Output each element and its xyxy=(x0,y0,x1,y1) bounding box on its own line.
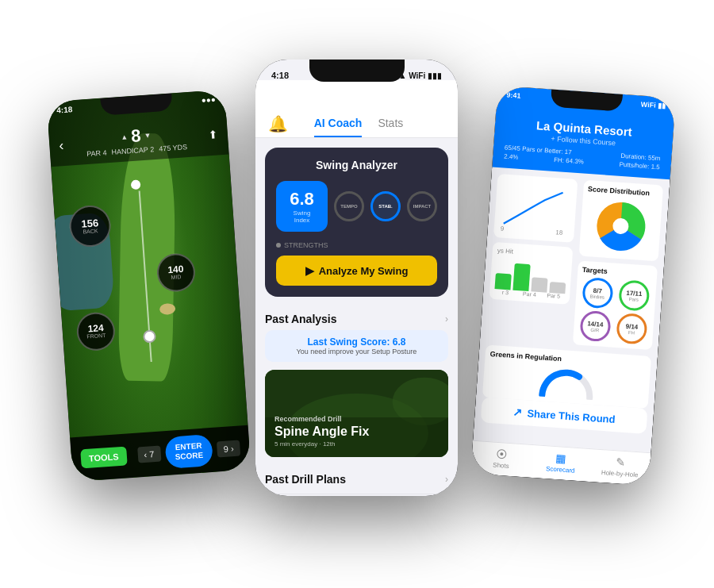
enter-score-button[interactable]: ENTERSCORE xyxy=(164,434,213,469)
bar-4 xyxy=(549,282,566,294)
stability-circle: STAB. xyxy=(370,191,401,221)
share-icon[interactable]: ⬆ xyxy=(208,128,218,141)
gir-chart xyxy=(534,364,600,400)
stats-right-col: Score Distribution Targets xyxy=(572,180,663,351)
last-swing-score: Last Swing Score: 6.8 xyxy=(274,336,439,348)
bottom-tabs: ⦿ Shots ▦ Scorecard ✎ Hole-by-Hole xyxy=(474,440,651,446)
coach-screen: 4:18 ▲ WiFi ▮▮▮ 🔔 AI Coach Stats xyxy=(255,60,458,496)
gauge-tempo: TEMPO xyxy=(334,191,364,221)
target-pars: 17/11 Pars xyxy=(616,279,652,312)
analyze-swing-button[interactable]: ▶ Analyze My Swing xyxy=(276,256,437,286)
bar-2 xyxy=(512,263,530,291)
tools-button[interactable]: TOOLS xyxy=(80,446,127,468)
drill-meta: 5 min everyday · 12th xyxy=(274,440,439,448)
svg-text:18: 18 xyxy=(555,229,562,236)
bar-1 xyxy=(494,273,511,290)
stats-two-col-top: 9 18 ys Hit xyxy=(486,174,663,350)
notch-center xyxy=(309,60,405,82)
targets-card: Targets 8/7 Birdies xyxy=(572,260,658,350)
phone-left: 156 BACK 140 MID 124 FRONT ‹ xyxy=(47,90,251,482)
swing-analyzer-card: Swing Analyzer 6.8 SwingIndex TEMPO xyxy=(265,148,448,297)
swing-index-box: 6.8 SwingIndex xyxy=(276,181,328,232)
hole-marker xyxy=(131,179,141,190)
bell-icon[interactable]: 🔔 xyxy=(268,114,288,133)
bunker xyxy=(159,303,175,315)
drill-tag: Recommended Drill xyxy=(274,415,439,423)
bars-title: ys Hit xyxy=(497,247,568,259)
bars-row xyxy=(494,257,566,294)
last-swing-card: Last Swing Score: 6.8 You need improve y… xyxy=(265,330,448,362)
phone-right: 9:41 WiFi ▮▮ La Quinta Resort + Follow t… xyxy=(470,86,676,486)
trend-chart: 9 18 xyxy=(498,179,572,237)
swing-index-value: 6.8 xyxy=(286,189,318,209)
past-analysis-chevron: › xyxy=(445,313,448,325)
score-dist-card: Score Distribution xyxy=(578,180,663,262)
stats-left-col: 9 18 ys Hit xyxy=(486,174,578,344)
play-icon: ▶ xyxy=(305,264,314,277)
coach-content: Swing Analyzer 6.8 SwingIndex TEMPO xyxy=(255,138,458,496)
target-gir: 14/14 GIR xyxy=(578,310,613,343)
targets-grid: 8/7 Birdies 17/11 Pars xyxy=(578,277,652,345)
past-drill-plans-row[interactable]: Past Drill Plans › xyxy=(265,465,448,494)
drill-name: Spine Angle Fix xyxy=(274,425,439,439)
gauge-stability: STAB. xyxy=(370,191,401,221)
targets-title: Targets xyxy=(582,266,653,279)
tempo-circle: TEMPO xyxy=(334,191,364,221)
phone-center: 4:18 ▲ WiFi ▮▮▮ 🔔 AI Coach Stats xyxy=(255,60,458,496)
recommended-drill-card[interactable]: Recommended Drill Spine Angle Fix 5 min … xyxy=(265,370,448,457)
tab-stats[interactable]: Stats xyxy=(378,110,403,137)
trend-area: 9 18 xyxy=(493,174,578,243)
past-drill-plans-label: Past Drill Plans xyxy=(265,473,346,486)
swing-gauges: TEMPO STAB. IMPA xyxy=(334,191,437,221)
gir-arc xyxy=(487,361,645,404)
target-birdies: 8/7 Birdies xyxy=(580,277,616,309)
drill-overlay: Recommended Drill Spine Angle Fix 5 min … xyxy=(265,370,448,457)
nav-controls: ‹ 7 ENTERSCORE 9 › xyxy=(136,432,241,471)
past-analysis-title: Past Analysis xyxy=(265,313,337,325)
next-hole-button[interactable]: 9 › xyxy=(217,440,240,457)
pie-chart xyxy=(591,197,651,256)
prev-hole-button[interactable]: ‹ 7 xyxy=(137,446,161,463)
stats-screen: 9:41 WiFi ▮▮ La Quinta Resort + Follow t… xyxy=(470,86,676,486)
svg-text:9: 9 xyxy=(501,225,505,232)
coach-tabs: AI Coach Stats xyxy=(314,110,404,137)
strengths-label: STRENGTHS xyxy=(276,241,437,249)
stats-body: 9 18 ys Hit xyxy=(474,167,670,445)
share-icon: ↗ xyxy=(512,405,523,419)
impact-circle: IMPACT xyxy=(407,191,437,221)
swing-analyzer-title: Swing Analyzer xyxy=(276,159,437,171)
swing-metrics: 6.8 SwingIndex TEMPO xyxy=(276,181,437,232)
bar-3 xyxy=(531,277,547,292)
coach-header: 🔔 AI Coach Stats xyxy=(255,80,458,138)
past-drill-chevron: › xyxy=(445,474,448,485)
swing-index-label: SwingIndex xyxy=(286,209,318,224)
main-scene: 156 BACK 140 MID 124 FRONT ‹ xyxy=(0,0,714,588)
score-dist-title: Score Distribution xyxy=(588,185,658,198)
hole-number: 8 xyxy=(130,125,141,147)
last-swing-sub: You need improve your Setup Posture xyxy=(274,348,439,355)
map-screen: 156 BACK 140 MID 124 FRONT ‹ xyxy=(47,90,251,482)
hole-info: ▲ 8 ▼ PAR 4 HANDICAP 2 475 YDS xyxy=(69,121,203,159)
bars-area: ys Hit r 3 Par 4 Pa xyxy=(489,242,573,305)
past-analysis-section[interactable]: Past Analysis › xyxy=(265,305,448,330)
gauge-impact: IMPACT xyxy=(407,191,437,221)
back-button[interactable]: ‹ xyxy=(59,137,64,154)
tab-ai-coach[interactable]: AI Coach xyxy=(314,110,363,137)
target-fh: 9/14 FH xyxy=(614,313,650,345)
